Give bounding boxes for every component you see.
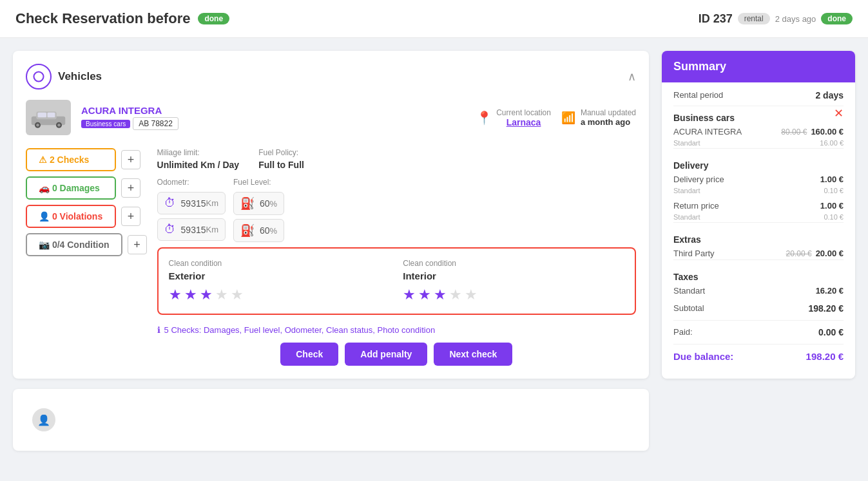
location-label: Current location bbox=[496, 108, 551, 117]
action-btns-row: Check Add penalty Next check bbox=[157, 343, 636, 366]
fuel-val2: 60 bbox=[260, 225, 270, 236]
vehicle-plate: AB 78822 bbox=[133, 117, 178, 130]
page-header: Check Reservation before done ID 237 ren… bbox=[0, 0, 868, 38]
acura-sub-price: 16.00 € bbox=[820, 139, 844, 147]
fuel-label: Fuel Level: bbox=[233, 178, 284, 187]
card-header: Vehicles ∧ bbox=[26, 64, 636, 90]
add-violation-button[interactable]: + bbox=[121, 207, 140, 226]
manual-block: 📶 Manual updated a month ago bbox=[561, 108, 636, 127]
delivery-price-label: Delivery price bbox=[673, 174, 724, 184]
vehicle-thumbnail bbox=[26, 100, 71, 135]
fuel-input-2: ⛽ 60 % bbox=[233, 219, 284, 242]
check-button[interactable]: Check bbox=[280, 343, 338, 366]
return-sub-price: 0.10 € bbox=[824, 213, 844, 221]
delivery-title: Delivery bbox=[673, 154, 844, 173]
subtotal-label: Subtotal bbox=[673, 303, 704, 313]
damages-button[interactable]: 🚗 0 Damages bbox=[26, 176, 116, 200]
star-filled-3[interactable]: ★ bbox=[200, 287, 213, 303]
extras-title: Extras bbox=[673, 228, 844, 247]
manual-label: Manual updated bbox=[581, 108, 636, 117]
policy-row: Miliage limit: Unlimited Km / Day Fuel P… bbox=[157, 148, 636, 170]
exterior-label: Clean condition bbox=[169, 259, 391, 268]
close-business-icon[interactable]: ✕ bbox=[834, 106, 844, 120]
interior-star-filled-3[interactable]: ★ bbox=[434, 287, 447, 303]
odometer-label: Odometr: bbox=[157, 178, 226, 187]
return-price-label: Return price bbox=[673, 201, 719, 211]
return-price-row: Return price 1.00 € bbox=[673, 200, 844, 212]
interior-star-empty-4[interactable]: ★ bbox=[449, 287, 462, 303]
due-balance-row: Due balance: 198.20 € bbox=[673, 344, 844, 368]
vehicles-circle-icon bbox=[26, 64, 52, 90]
checks-info-text: 5 Checks: Damages, Fuel level, Odometer,… bbox=[164, 325, 436, 335]
acura-standart-row: Standart 16.00 € bbox=[673, 138, 844, 148]
location-pin-icon: 📍 bbox=[476, 110, 492, 126]
rental-badge: rental bbox=[738, 13, 770, 24]
violations-button[interactable]: 👤 0 Violations bbox=[26, 205, 116, 228]
svg-point-6 bbox=[36, 124, 39, 127]
interior-condition: Clean condition Interior ★ ★ ★ ★ ★ bbox=[403, 259, 624, 303]
condition-button[interactable]: 📷 0/4 Condition bbox=[26, 233, 122, 256]
star-empty-5[interactable]: ★ bbox=[231, 287, 244, 303]
svg-rect-0 bbox=[34, 72, 44, 82]
checks-button[interactable]: ⚠ 2 Checks bbox=[26, 148, 116, 171]
star-filled-1[interactable]: ★ bbox=[169, 287, 182, 303]
star-filled-2[interactable]: ★ bbox=[184, 287, 197, 303]
interior-star-filled-1[interactable]: ★ bbox=[403, 287, 416, 303]
rental-period-row: Rental period 2 days bbox=[673, 82, 844, 106]
fuel-policy-value: Full to Full bbox=[258, 160, 304, 170]
mileage-label: Miliage limit: bbox=[157, 148, 240, 157]
action-buttons: ⚠ 2 Checks + 🚗 0 Damages + 👤 0 Violation… bbox=[26, 148, 147, 366]
odometer-input-2: ⏱ 59315 Km bbox=[157, 218, 226, 241]
subtotal-row: Subtotal 198.20 € bbox=[673, 297, 844, 321]
fuel-icon1: ⛽ bbox=[240, 196, 255, 211]
add-check-button[interactable]: + bbox=[121, 150, 140, 169]
info-icon: ℹ bbox=[157, 325, 160, 335]
checks-info: ℹ 5 Checks: Damages, Fuel level, Odomete… bbox=[157, 325, 636, 335]
paid-label: Paid: bbox=[673, 327, 693, 337]
mileage-block: Miliage limit: Unlimited Km / Day bbox=[157, 148, 240, 170]
interior-star-empty-5[interactable]: ★ bbox=[465, 287, 477, 303]
main-layout: Vehicles ∧ bbox=[0, 38, 868, 474]
chevron-up-icon[interactable]: ∧ bbox=[628, 70, 636, 84]
subtotal-value: 198.20 € bbox=[809, 303, 844, 314]
extras-section: Extras Third Party 20.00 € 20.00 € bbox=[673, 222, 844, 259]
fuel-section: Fuel Level: ⛽ 60 % ⛽ 60 % bbox=[233, 178, 284, 242]
fuel-icon2: ⛽ bbox=[240, 223, 255, 238]
time-ago: 2 days ago bbox=[775, 14, 816, 24]
condition-box: Clean condition Exterior ★ ★ ★ ★ ★ C bbox=[157, 247, 636, 315]
svg-rect-3 bbox=[38, 112, 47, 117]
add-condition-button[interactable]: + bbox=[128, 235, 147, 254]
left-panel: Vehicles ∧ bbox=[13, 51, 649, 461]
vehicle-name: ACURA INTEGRA bbox=[81, 105, 466, 116]
summary-title: Summary bbox=[673, 60, 726, 73]
delivery-standart-row: Standart 0.10 € bbox=[673, 185, 844, 196]
star-empty-4[interactable]: ★ bbox=[215, 287, 228, 303]
exterior-condition: Clean condition Exterior ★ ★ ★ ★ ★ bbox=[169, 259, 391, 303]
third-party-row: Third Party 20.00 € 20.00 € bbox=[673, 247, 844, 259]
next-check-button[interactable]: Next check bbox=[434, 343, 512, 366]
page-title: Check Reservation before bbox=[15, 10, 190, 27]
manual-value: a month ago bbox=[581, 117, 636, 127]
vehicle-info-row: ACURA INTEGRA Business cars AB 78822 📍 C… bbox=[26, 100, 636, 135]
taxes-title: Taxes bbox=[673, 265, 844, 285]
add-penalty-button[interactable]: Add penalty bbox=[345, 343, 427, 366]
due-label: Due balance: bbox=[673, 351, 733, 362]
svg-point-8 bbox=[57, 124, 61, 127]
odometer-input-1: ⏱ 59315 Km bbox=[157, 192, 226, 214]
acura-sub: Standart bbox=[673, 139, 700, 147]
interior-star-filled-2[interactable]: ★ bbox=[418, 287, 431, 303]
acura-row: ACURA INTEGRA 80.00 € 160.00 € bbox=[673, 126, 844, 138]
odometer-section: Odometr: ⏱ 59315 Km ⏱ 59315 Km bbox=[157, 178, 226, 242]
add-damage-button[interactable]: + bbox=[121, 178, 140, 198]
mileage-value: Unlimited Km / Day bbox=[157, 160, 240, 170]
header-right: ID 237 rental 2 days ago done bbox=[699, 12, 853, 26]
bottom-card-inner: 👤 bbox=[26, 402, 636, 438]
return-standart-row: Standart 0.10 € bbox=[673, 212, 844, 222]
return-sub: Standart bbox=[673, 213, 700, 221]
fuel-unit1: % bbox=[270, 199, 278, 209]
standart-tax-row: Standart 16.20 € bbox=[673, 285, 844, 297]
odometer-icon: ⏱ bbox=[164, 196, 176, 210]
fuel-policy-block: Fuel Policy: Full to Full bbox=[258, 148, 304, 170]
third-party-old: 20.00 € bbox=[786, 249, 812, 258]
fuel-input-1: ⛽ 60 % bbox=[233, 192, 284, 215]
